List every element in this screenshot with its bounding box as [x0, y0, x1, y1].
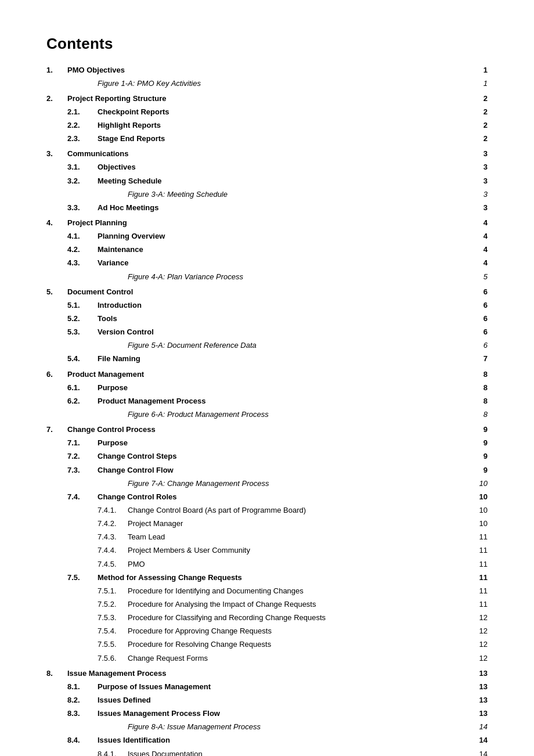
sub-num: 3.2. — [67, 177, 80, 185]
section-page: 8 — [484, 370, 488, 379]
subsub-page: 10 — [479, 506, 488, 514]
sub-num: 7.3. — [67, 466, 80, 474]
sub-num: 7.2. — [67, 452, 80, 460]
figure-label: Figure 3-A: Meeting Schedule — [128, 190, 228, 199]
toc-row: 4.3.Variance4 — [46, 257, 488, 270]
sub-label: Meeting Schedule — [98, 177, 162, 185]
subsub-num: 7.5.6. — [98, 654, 117, 663]
sub-label: Change Control Steps — [98, 452, 177, 460]
sub-page: 13 — [479, 709, 488, 718]
toc-row: 7.4.Change Control Roles10 — [46, 490, 488, 503]
section-page: 1 — [484, 66, 488, 74]
sub-label: Tools — [98, 314, 117, 323]
subsub-num: 7.5.3. — [98, 613, 117, 622]
toc-row: 1.PMO Objectives1 — [46, 63, 488, 77]
subsub-num: 7.5.2. — [98, 600, 117, 609]
toc-row: Figure 8-A: Issue Management Process14 — [46, 721, 488, 734]
sub-label: Variance — [98, 258, 129, 267]
section-num: 1. — [46, 66, 53, 74]
toc-row: Figure 3-A: Meeting Schedule3 — [46, 188, 488, 201]
figure-page: 6 — [484, 341, 488, 350]
figure-page: 1 — [484, 79, 488, 88]
sub-num: 2.3. — [67, 134, 80, 143]
subsub-page: 11 — [479, 600, 488, 609]
sub-num: 8.1. — [67, 682, 80, 691]
toc-row: 5.4.File Naming7 — [46, 352, 488, 366]
toc-row: 7.4.2.Project Manager10 — [46, 517, 488, 531]
toc-row: 4.1.Planning Overview4 — [46, 230, 488, 243]
figure-page: 14 — [479, 722, 488, 731]
sub-label: Version Control — [98, 327, 154, 336]
subsub-page: 10 — [479, 519, 488, 528]
toc-row: 7.5.Method for Assessing Change Requests… — [46, 571, 488, 584]
figure-page: 8 — [484, 410, 488, 419]
section-num: 4. — [46, 218, 53, 227]
toc-row: 8.4.1.Issues Documentation14 — [46, 747, 488, 756]
section-label: Change Control Process — [67, 425, 156, 434]
toc-table: 1.PMO Objectives1Figure 1-A: PMO Key Act… — [46, 63, 488, 756]
sub-num: 6.2. — [67, 397, 80, 405]
section-num: 6. — [46, 370, 53, 379]
section-page: 3 — [484, 149, 488, 158]
sub-label: Issues Defined — [98, 696, 151, 704]
sub-label: Issues Identification — [98, 736, 170, 744]
figure-label: Figure 5-A: Document Reference Data — [128, 341, 257, 350]
sub-num: 3.3. — [67, 203, 80, 212]
sub-label: Highlight Reports — [98, 121, 161, 129]
sub-page: 2 — [484, 121, 488, 129]
toc-row: 3.1.Objectives3 — [46, 161, 488, 174]
toc-row: 3.2.Meeting Schedule3 — [46, 174, 488, 188]
subsub-num: 7.4.3. — [98, 532, 117, 541]
sub-label: Purpose — [98, 383, 128, 392]
toc-row: 7.3.Change Control Flow9 — [46, 463, 488, 477]
section-label: Product Management — [67, 370, 144, 379]
sub-num: 5.1. — [67, 301, 80, 309]
sub-page: 11 — [479, 573, 488, 582]
section-num: 7. — [46, 425, 53, 434]
figure-label: Figure 8-A: Issue Management Process — [128, 722, 261, 731]
section-page: 2 — [484, 94, 488, 103]
section-page: 6 — [484, 287, 488, 296]
subsub-label: Procedure for Classifying and Recording … — [128, 613, 326, 622]
sub-page: 3 — [484, 203, 488, 212]
figure-label: Figure 7-A: Change Management Process — [128, 479, 269, 488]
subsub-label: Procedure for Identifying and Documentin… — [128, 586, 304, 595]
sub-page: 9 — [484, 438, 488, 447]
subsub-label: Issues Documentation — [128, 750, 203, 756]
sub-page: 2 — [484, 134, 488, 143]
sub-num: 4.1. — [67, 232, 80, 240]
sub-num: 4.3. — [67, 258, 80, 267]
section-label: Document Control — [67, 287, 133, 296]
section-num: 2. — [46, 94, 53, 103]
section-page: 4 — [484, 218, 488, 227]
sub-page: 4 — [484, 258, 488, 267]
subsub-page: 12 — [479, 627, 488, 635]
subsub-page: 12 — [479, 640, 488, 649]
toc-row: 8.3.Issues Management Process Flow13 — [46, 707, 488, 721]
sub-page: 9 — [484, 466, 488, 474]
subsub-num: 7.5.4. — [98, 627, 117, 635]
sub-label: Change Control Roles — [98, 492, 177, 501]
sub-label: Purpose — [98, 438, 128, 447]
toc-row: 7.4.1.Change Control Board (As part of P… — [46, 504, 488, 517]
sub-label: Checkpoint Reports — [98, 107, 169, 116]
toc-row: 8.4.Issues Identification14 — [46, 734, 488, 747]
figure-page: 3 — [484, 190, 488, 199]
subsub-page: 14 — [479, 750, 488, 756]
sub-label: Ad Hoc Meetings — [98, 203, 158, 212]
sub-label: Planning Overview — [98, 232, 165, 240]
subsub-num: 7.4.4. — [98, 546, 117, 555]
sub-label: Objectives — [98, 163, 136, 171]
figure-page: 10 — [479, 479, 488, 488]
sub-page: 7 — [484, 354, 488, 363]
sub-num: 7.5. — [67, 573, 80, 582]
section-num: 5. — [46, 287, 53, 296]
sub-num: 8.4. — [67, 736, 80, 744]
toc-row: 8.1.Purpose of Issues Management13 — [46, 680, 488, 693]
sub-label: Purpose of Issues Management — [98, 682, 211, 691]
toc-row: 2.1.Checkpoint Reports2 — [46, 105, 488, 118]
toc-row: 5.2.Tools6 — [46, 312, 488, 326]
subsub-label: PMO — [128, 560, 145, 568]
section-label: Communications — [67, 149, 128, 158]
sub-num: 2.1. — [67, 107, 80, 116]
